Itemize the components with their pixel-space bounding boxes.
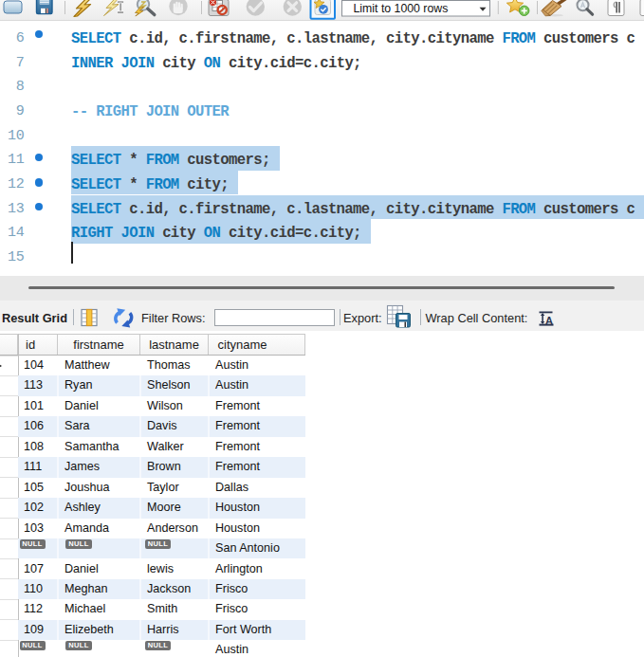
svg-text:A: A <box>545 315 553 326</box>
svg-text:Limit to 1000 rows: Limit to 1000 rows <box>354 2 449 15</box>
